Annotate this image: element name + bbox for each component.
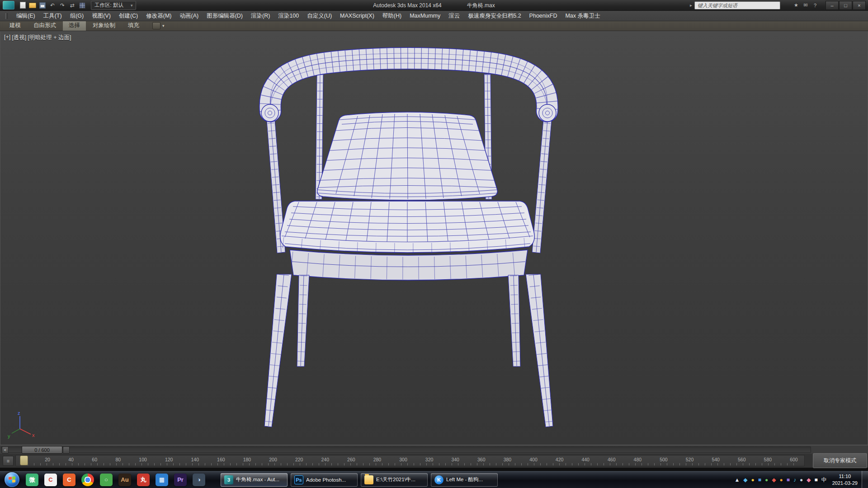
quick-access-toolbar: ↶ ↷ ⇄ xyxy=(18,1,87,9)
open-file-icon[interactable] xyxy=(28,1,37,9)
menu-item[interactable]: 组(G) xyxy=(66,11,88,21)
tiles-app-icon[interactable]: ▦ xyxy=(156,474,168,486)
maximize-button[interactable]: □ xyxy=(839,1,852,10)
current-frame-marker[interactable] xyxy=(20,455,28,465)
mini-curve-editor-icon[interactable]: ≡ xyxy=(3,456,14,466)
caj-viewer-icon[interactable]: C xyxy=(44,474,57,486)
start-button[interactable] xyxy=(5,472,19,487)
language-indicator[interactable]: 中 xyxy=(821,477,827,483)
infocenter-icons: ★ ✉ ? xyxy=(783,2,819,9)
viewport-shading-menu[interactable]: [明暗处理 + 边面] xyxy=(28,34,71,42)
wechat-icon[interactable]: 微 xyxy=(26,474,38,486)
taskbar-button-explorer[interactable]: E:\天竹2021\牛... xyxy=(361,473,428,487)
workspace-selector[interactable]: 工作区: 默认 ▾ xyxy=(91,1,136,10)
frame-tick-label: 440 xyxy=(581,457,590,462)
scene-explorer-icon[interactable] xyxy=(78,1,87,9)
tray-icon-9[interactable]: ● xyxy=(800,477,803,483)
tray-icon-1[interactable]: ◆ xyxy=(743,477,747,483)
minimize-button[interactable]: – xyxy=(826,1,839,10)
help-icon[interactable]: ? xyxy=(811,2,819,9)
premiere-icon[interactable]: Pr xyxy=(174,474,187,486)
menu-item[interactable]: 自定义(U) xyxy=(303,11,336,21)
taskbar-app-label: E:\天竹2021\牛... xyxy=(376,476,415,483)
menu-item[interactable]: 修改器(M) xyxy=(142,11,175,21)
tray-icon-6[interactable]: ● xyxy=(779,477,783,483)
tray-icon-7[interactable]: ■ xyxy=(787,477,790,483)
track-bar-ruler[interactable]: 0 20 40 60 80 100 120 140 160 180 200 xyxy=(15,455,805,466)
previous-frame-button[interactable]: < xyxy=(2,446,9,454)
audition-icon[interactable]: Au xyxy=(118,474,131,486)
tray-icon-2[interactable]: ● xyxy=(751,477,755,483)
taskbar-button-3dsmax[interactable]: 3 牛角椅.max - Aut... xyxy=(221,473,288,487)
tray-expand-icon[interactable]: ▲ xyxy=(734,477,740,483)
chrome-icon[interactable] xyxy=(81,474,94,486)
ribbon-tabbar: 建模 自由形式 选择 对象绘制 填充 ▾ xyxy=(0,21,868,31)
ribbon-options[interactable]: ▾ xyxy=(152,22,165,29)
infocenter-arrow-icon[interactable]: ▸ xyxy=(690,3,692,8)
browser-360-icon[interactable]: ○ xyxy=(100,474,113,486)
menu-item[interactable]: Max 杀毒卫士 xyxy=(561,11,604,21)
menu-item[interactable]: 图形编辑器(D) xyxy=(203,11,247,21)
undo-icon[interactable]: ↶ xyxy=(48,1,57,9)
3dsmax-logo-icon[interactable] xyxy=(3,1,14,9)
ribbon-minimize-icon[interactable] xyxy=(152,22,160,29)
ribbon-tab[interactable]: 建模 xyxy=(4,20,27,31)
taskbar-clock[interactable]: 11:10 2021-03-29 xyxy=(832,473,858,486)
communication-center-icon[interactable]: ✉ xyxy=(802,2,810,9)
tray-icon-3[interactable]: ■ xyxy=(758,477,761,483)
menu-item[interactable]: PhoenixFD xyxy=(525,11,561,21)
chair-seat xyxy=(280,201,534,253)
frame-tick-label: 80 xyxy=(115,457,121,462)
select-and-link-icon[interactable]: ⇄ xyxy=(68,1,77,9)
menu-item[interactable]: 视图(V) xyxy=(88,11,115,21)
time-slider-track[interactable] xyxy=(1,446,811,453)
close-button[interactable]: × xyxy=(853,1,866,10)
taskbar-button-photoshop[interactable]: Ps Adobe Photosh... xyxy=(291,473,358,487)
chevron-down-icon[interactable]: ▾ xyxy=(162,23,165,28)
ribbon-tab[interactable]: 选择 xyxy=(63,20,86,31)
menu-item[interactable]: 创建(C) xyxy=(115,11,142,21)
player-icon[interactable]: ◑ xyxy=(193,474,205,486)
toolbar-grip[interactable] xyxy=(5,13,8,19)
perspective-viewport[interactable]: [+] [透视] [明暗处理 + 边面] z x y xyxy=(0,31,868,445)
cancel-expert-mode-button[interactable]: 取消专家模式 xyxy=(813,453,867,468)
viewport-pov-menu[interactable]: [透视] xyxy=(12,34,26,42)
wan-app-icon[interactable]: 丸 xyxy=(137,474,150,486)
menu-item[interactable]: MAXScript(X) xyxy=(336,11,378,21)
tray-icon-10[interactable]: ◆ xyxy=(807,477,811,483)
viewport-general-menu[interactable]: [+] xyxy=(4,34,10,42)
save-file-icon[interactable] xyxy=(38,1,47,9)
menu-item[interactable]: 帮助(H) xyxy=(378,11,406,21)
c-app-icon[interactable]: C xyxy=(63,474,75,486)
time-slider-thumb[interactable]: 0 / 600 xyxy=(22,446,62,454)
app-icon: Ps xyxy=(294,475,303,484)
taskbar-button-kugou[interactable]: K Left Me - 酷狗... xyxy=(431,473,498,487)
redo-icon[interactable]: ↷ xyxy=(58,1,67,9)
tray-icon-5[interactable]: ◆ xyxy=(772,477,776,483)
ribbon-tab[interactable]: 自由形式 xyxy=(28,20,62,31)
menu-item[interactable]: 极速瘦身安全归档5.2 xyxy=(464,11,525,21)
tray-icon-4[interactable]: ● xyxy=(765,477,768,483)
tray-icon-8[interactable]: ♪ xyxy=(793,477,796,483)
menu-item[interactable]: 渲染100 xyxy=(274,11,303,21)
next-frame-button[interactable] xyxy=(63,446,70,454)
menu-item[interactable]: MaxMummy xyxy=(406,11,444,21)
frame-tick-label: 320 xyxy=(425,457,434,462)
frame-tick-label: 220 xyxy=(295,457,303,462)
menu-item[interactable]: 渲染(R) xyxy=(247,11,274,21)
favorites-icon[interactable]: ★ xyxy=(792,2,800,9)
ribbon-tab[interactable]: 对象绘制 xyxy=(87,20,121,31)
menu-item[interactable]: 动画(A) xyxy=(175,11,203,21)
tray-icon-11[interactable]: ■ xyxy=(814,477,817,483)
chair-wireframe-model[interactable] xyxy=(0,31,868,445)
search-icon[interactable] xyxy=(783,2,791,9)
frame-tick-label: 560 xyxy=(738,457,746,462)
menu-item[interactable]: 工具(T) xyxy=(39,11,66,21)
ribbon-tab[interactable]: 填充 xyxy=(122,20,145,31)
search-input[interactable] xyxy=(694,1,780,9)
new-scene-icon[interactable] xyxy=(18,1,27,9)
show-desktop-button[interactable] xyxy=(862,471,868,488)
menu-item[interactable]: 编辑(E) xyxy=(12,11,39,21)
menu-item[interactable]: 渲云 xyxy=(444,11,464,21)
chair-apron xyxy=(290,250,528,280)
